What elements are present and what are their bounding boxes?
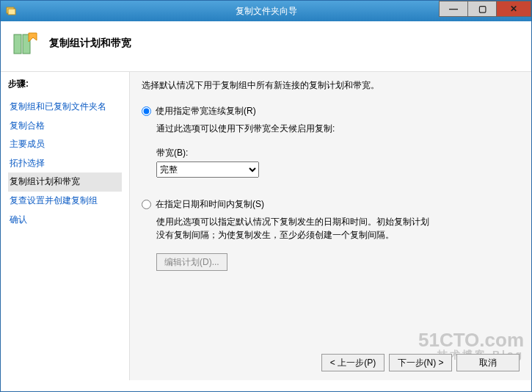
step-topology[interactable]: 拓扑选择: [8, 154, 122, 173]
edit-schedule-button[interactable]: 编辑计划(D)...: [156, 253, 227, 271]
step-confirm[interactable]: 确认: [8, 211, 122, 230]
page-title: 复制组计划和带宽: [49, 37, 131, 50]
step-primary-member[interactable]: 主要成员: [8, 135, 122, 154]
continuous-replication-help: 通过此选项可以使用下列带宽全天候启用复制:: [156, 122, 520, 135]
wizard-header: 复制组计划和带宽: [1, 21, 531, 72]
continuous-replication-label: 使用指定带宽连续复制(R): [156, 105, 256, 117]
app-icon: [1, 5, 21, 17]
scheduled-replication-radio[interactable]: [142, 200, 151, 209]
continuous-replication-radio[interactable]: [142, 106, 151, 116]
step-schedule-bandwidth[interactable]: 复制组计划和带宽: [8, 173, 122, 192]
maximize-button[interactable]: ▢: [467, 1, 497, 17]
steps-sidebar: 步骤: 复制组和已复制文件夹名 复制合格 主要成员 拓扑选择 复制组计划和带宽 …: [1, 72, 129, 380]
cancel-button[interactable]: 取消: [456, 354, 520, 371]
title-bar: 复制文件夹向导 — ▢ ✕: [1, 1, 531, 21]
svg-rect-2: [14, 35, 21, 54]
scheduled-replication-help: 使用此选项可以指定默认情况下复制发生的日期和时间。初始复制计划没有复制间隔；为使…: [156, 215, 435, 242]
close-button[interactable]: ✕: [496, 1, 531, 17]
step-eligibility[interactable]: 复制合格: [8, 117, 122, 136]
minimize-button[interactable]: —: [439, 1, 468, 17]
wizard-icon: [11, 29, 40, 58]
window-title: 复制文件夹向导: [236, 5, 297, 18]
previous-button[interactable]: < 上一步(P): [321, 354, 385, 371]
bandwidth-select[interactable]: 完整: [156, 161, 259, 178]
step-group-name[interactable]: 复制组和已复制文件夹名: [8, 98, 122, 117]
bandwidth-label: 带宽(B):: [156, 147, 520, 159]
page-description: 选择默认情况下用于复制组中所有新连接的复制计划和带宽。: [142, 79, 520, 92]
steps-heading: 步骤:: [8, 78, 122, 90]
scheduled-replication-label: 在指定日期和时间内复制(S): [156, 198, 264, 211]
svg-rect-1: [8, 9, 15, 15]
step-review[interactable]: 复查设置并创建复制组: [8, 192, 122, 211]
next-button[interactable]: 下一步(N) >: [389, 354, 452, 371]
main-content: 选择默认情况下用于复制组中所有新连接的复制计划和带宽。 使用指定带宽连续复制(R…: [129, 72, 531, 380]
